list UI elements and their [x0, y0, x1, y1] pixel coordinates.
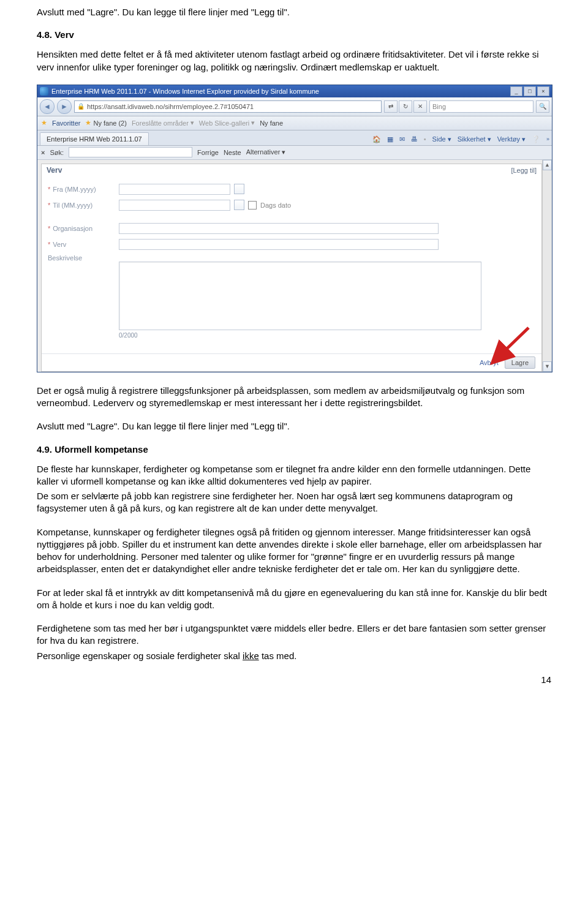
feed-icon[interactable]: ▦ [387, 135, 393, 143]
vertical-scrollbar[interactable]: ▲ ▼ [542, 160, 552, 372]
char-count: 0/2000 [119, 330, 535, 339]
label-fra: *Fra (MM.yyyy) [48, 186, 115, 193]
label-beskrivelse: Beskrivelse [48, 252, 115, 262]
paragraph-49-5a: Ferdighetene som tas med her bør i utgan… [37, 622, 551, 647]
label-organisasjon: *Organisasjon [48, 225, 115, 232]
refresh-button[interactable]: ↻ [399, 100, 412, 113]
favorites-star-icon: ★ [41, 119, 47, 127]
address-bar: ◄ ► 🔒 https://ansatt.idivaweb.no/sihrm/e… [37, 97, 552, 116]
label-til: *Til (MM.yyyy) [48, 202, 115, 209]
close-button[interactable]: × [537, 86, 549, 96]
favorites-label: Favoritter [52, 119, 80, 127]
paragraph-48-1: Hensikten med dette feltet er å få med a… [37, 48, 551, 74]
mail-icon[interactable]: ✉ [399, 135, 405, 143]
avbryt-button[interactable]: Avbryt [480, 359, 499, 366]
find-bar: × Søk: Forrige Neste Alternativer ▾ [37, 146, 552, 160]
window-titlebar: Enterprise HRM Web 2011.1.07 - Windows I… [37, 85, 552, 97]
ie-icon [40, 87, 48, 96]
paragraph-intro: Avslutt med "Lagre". Du kan legge til fl… [37, 6, 551, 18]
tab-strip: Enterprise HRM Web 2011.1.07 🏠 ▦ ✉ 🖶 • S… [37, 130, 552, 146]
find-input[interactable] [69, 147, 192, 157]
star-icon: ★ [85, 119, 91, 127]
safety-menu[interactable]: Sikkerhet ▾ [458, 135, 491, 143]
favorites-bar: ★ Favoritter ★Ny fane (2) Foreslåtte omr… [37, 116, 552, 130]
heading-49: 4.9. Uformell kompetanse [37, 444, 551, 455]
input-verv[interactable] [119, 239, 439, 250]
content-area: Verv [Legg til] *Fra (MM.yyyy) *Til (MM.… [37, 160, 552, 372]
find-next-button[interactable]: Neste [224, 149, 241, 156]
find-close-button[interactable]: × [41, 149, 45, 156]
calendar-icon[interactable] [234, 200, 244, 210]
scroll-down-button[interactable]: ▼ [543, 361, 552, 372]
back-button[interactable]: ◄ [40, 99, 55, 114]
print-icon[interactable]: 🖶 [411, 135, 418, 143]
stop-button[interactable]: ✕ [413, 100, 427, 113]
fav-item-foreslatte[interactable]: Foreslåtte områder ▾ [132, 119, 194, 127]
url-text: https://ansatt.idivaweb.no/sihrm/employe… [87, 103, 254, 110]
lagre-button[interactable]: Lagre [505, 357, 535, 369]
find-label: Søk: [50, 149, 64, 156]
heading-48: 4.8. Verv [37, 29, 551, 40]
paragraph-49-4: For at leder skal få et inntrykk av ditt… [37, 587, 551, 612]
minimize-button[interactable]: _ [510, 86, 522, 96]
legg-til-link[interactable]: [Legg til] [511, 167, 537, 174]
browser-search-box[interactable]: Bing [429, 100, 533, 113]
paragraph-after-1: Det er også mulig å registrere tilleggsf… [37, 385, 551, 410]
fav-item-webslice[interactable]: Web Slice-galleri ▾ [199, 119, 255, 127]
help-icon[interactable]: ❔ [532, 135, 540, 143]
panel-title: Verv [47, 166, 62, 175]
verv-panel: Verv [Legg til] *Fra (MM.yyyy) *Til (MM.… [41, 164, 542, 372]
compat-button[interactable]: ⇄ [384, 100, 398, 113]
paragraph-49-2: De som er selvlærte på jobb kan registre… [37, 490, 551, 515]
embedded-screenshot: Enterprise HRM Web 2011.1.07 - Windows I… [37, 85, 552, 372]
fav-item-ny-fane[interactable]: Ny fane [260, 119, 283, 127]
lock-icon: 🔒 [77, 103, 85, 110]
tools-menu[interactable]: Verktøy ▾ [497, 135, 526, 143]
find-prev-button[interactable]: Forrige [197, 149, 219, 156]
maximize-button[interactable]: □ [524, 86, 536, 96]
dags-dato-checkbox[interactable] [248, 201, 257, 209]
textarea-beskrivelse[interactable] [119, 262, 481, 330]
calendar-icon[interactable] [234, 184, 244, 194]
window-title: Enterprise HRM Web 2011.1.07 - Windows I… [51, 88, 510, 95]
input-til[interactable] [119, 200, 230, 211]
paragraph-49-5b: Personlige egenskaper og sosiale ferdigh… [37, 650, 551, 662]
search-placeholder: Bing [432, 103, 446, 110]
fav-item-ny-fane-2[interactable]: ★Ny fane (2) [85, 119, 126, 127]
find-options-button[interactable]: Alternativer ▾ [246, 148, 286, 156]
input-organisasjon[interactable] [119, 223, 439, 234]
paragraph-49-3: Kompetanse, kunnskaper og ferdigheter ti… [37, 526, 551, 576]
search-go-button[interactable]: 🔍 [536, 100, 549, 113]
underlined-ikke: ikke [243, 651, 259, 661]
dags-dato-label: Dags dato [260, 202, 291, 209]
forward-button[interactable]: ► [57, 99, 72, 114]
input-fra[interactable] [119, 184, 230, 195]
page-menu[interactable]: Side ▾ [432, 135, 451, 143]
paragraph-49-1: De fleste har kunnskaper, ferdigheter og… [37, 463, 551, 488]
page-number: 14 [37, 674, 551, 685]
label-verv: *Verv [48, 241, 115, 248]
browser-tab[interactable]: Enterprise HRM Web 2011.1.07 [40, 132, 149, 145]
home-icon[interactable]: 🏠 [372, 135, 381, 143]
url-field[interactable]: 🔒 https://ansatt.idivaweb.no/sihrm/emplo… [74, 100, 382, 113]
paragraph-after-2: Avslutt med "Lagre". Du kan legge til fl… [37, 420, 551, 432]
scroll-up-button[interactable]: ▲ [543, 160, 552, 170]
